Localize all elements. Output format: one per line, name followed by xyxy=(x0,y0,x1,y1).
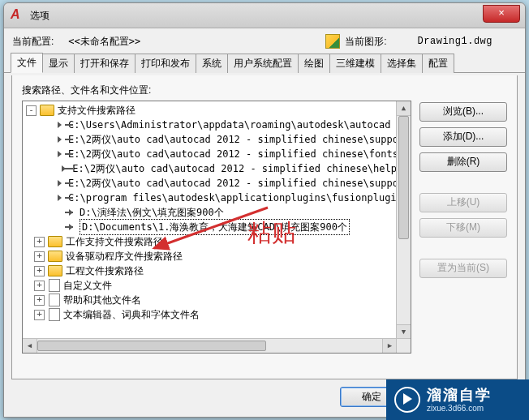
tree-node[interactable]: + 工程文件搜索路径 xyxy=(24,264,397,278)
side-button-column: 浏览(B)... 添加(D)... 删除(R) 上移(U) 下移(M) 置为当前… xyxy=(419,101,507,354)
tree-label: 工作支持文件搜索路径 xyxy=(66,234,163,249)
file-icon xyxy=(49,279,60,292)
vertical-scrollbar[interactable]: ▲ ▼ xyxy=(396,101,411,339)
tree-path-item-selected[interactable]: D:\Documents\1.海涣教育，大海建筑CAD\填充图案900个 xyxy=(24,220,397,234)
tree-content: - 支持文件搜索路径 C:\Users\Administrator\appdat… xyxy=(23,101,397,339)
path-icon xyxy=(65,224,76,230)
tree-label: 自定义文件 xyxy=(63,278,112,293)
window-title: 选项 xyxy=(30,9,49,23)
tree-node-support-paths[interactable]: - 支持文件搜索路径 xyxy=(24,103,397,118)
collapse-icon[interactable]: - xyxy=(26,105,37,116)
current-profile-value: <<未命名配置>> xyxy=(68,35,140,49)
tree-label: 文本编辑器、词典和字体文件名 xyxy=(63,307,200,322)
tree-label: 工程文件搜索路径 xyxy=(66,264,144,278)
current-drawing-label: 当前图形: xyxy=(345,35,386,49)
remove-button[interactable]: 删除(R) xyxy=(419,152,507,172)
expand-icon[interactable]: + xyxy=(34,251,45,262)
tab-user-prefs[interactable]: 用户系统配置 xyxy=(227,54,299,73)
file-icon xyxy=(49,308,60,321)
scroll-corner xyxy=(396,338,411,353)
set-current-button: 置为当前(S) xyxy=(419,259,507,278)
expand-icon[interactable]: + xyxy=(34,266,45,276)
watermark-url: zixue.3d66.com xyxy=(427,404,492,414)
folder-icon xyxy=(48,236,62,247)
scroll-thumb[interactable] xyxy=(398,116,409,239)
tree-label: E:\2两仪\auto cad\autocad 2012 - simplifie… xyxy=(68,147,397,161)
options-dialog: A 选项 × 当前配置: <<未命名配置>> 当前图形: Drawing1.dw… xyxy=(3,2,526,418)
play-icon xyxy=(394,387,420,413)
app-icon: A xyxy=(11,8,25,23)
tab-files[interactable]: 文件 xyxy=(11,53,43,73)
tree-node[interactable]: + 文本编辑器、词典和字体文件名 xyxy=(24,307,397,322)
titlebar: A 选项 × xyxy=(4,3,525,28)
tree-label: E:\2两仪\auto cad\autocad 2012 - simplifie… xyxy=(68,132,397,147)
panel-heading: 搜索路径、文件名和文件位置: xyxy=(22,84,507,97)
profile-row: 当前配置: <<未命名配置>> 当前图形: Drawing1.dwg xyxy=(4,28,525,53)
tab-3d-modeling[interactable]: 三维建模 xyxy=(329,54,381,73)
tree-label: 帮助和其他文件名 xyxy=(63,293,141,307)
tab-open-save[interactable]: 打开和保存 xyxy=(74,54,135,73)
move-down-button: 下移(M) xyxy=(419,218,507,238)
scroll-down-icon[interactable]: ▼ xyxy=(397,324,411,339)
tab-system[interactable]: 系统 xyxy=(196,54,228,73)
tab-profiles[interactable]: 配置 xyxy=(422,54,454,73)
tree-label: E:\2两仪\auto cad\autocad 2012 - simplifie… xyxy=(72,161,397,176)
tab-strip: 文件 显示 打开和保存 打印和发布 系统 用户系统配置 绘图 三维建模 选择集 … xyxy=(4,53,525,73)
close-button[interactable]: × xyxy=(483,5,520,23)
expand-icon[interactable]: + xyxy=(34,295,45,306)
path-icon xyxy=(65,165,69,172)
folder-icon xyxy=(48,251,62,262)
scroll-left-icon[interactable]: ◀ xyxy=(23,339,37,353)
folder-icon xyxy=(48,265,62,276)
tree-path-item[interactable]: C:\Users\Administrator\appdata\roaming\a… xyxy=(24,118,397,132)
tree-label: D:\Documents\1.海涣教育，大海建筑CAD\填充图案900个 xyxy=(80,219,350,235)
tree-label: E:\2两仪\auto cad\autocad 2012 - simplifie… xyxy=(68,176,397,191)
horizontal-scrollbar[interactable]: ◀ ▶ xyxy=(23,338,397,353)
tree-path-item[interactable]: C:\program files\autodesk\applicationplu… xyxy=(24,191,397,205)
tree-node[interactable]: + 自定义文件 xyxy=(24,278,397,293)
tree-path-item[interactable]: E:\2两仪\auto cad\autocad 2012 - simplifie… xyxy=(24,132,397,147)
tree-label: D:\演绎法\例文\填充图案900个 xyxy=(80,205,224,220)
tree-node[interactable]: + 设备驱动程序文件搜索路径 xyxy=(24,249,397,264)
move-up-button: 上移(U) xyxy=(419,193,507,212)
expand-icon[interactable]: + xyxy=(34,237,45,247)
add-button[interactable]: 添加(D)... xyxy=(419,127,507,147)
path-icon xyxy=(65,209,76,216)
scroll-thumb[interactable] xyxy=(37,341,266,351)
tree-node[interactable]: + 工作支持文件搜索路径 xyxy=(24,234,397,249)
file-icon xyxy=(49,294,60,306)
tab-plot[interactable]: 打印和发布 xyxy=(135,54,196,73)
tree-path-item[interactable]: E:\2两仪\auto cad\autocad 2012 - simplifie… xyxy=(24,176,397,191)
expand-icon[interactable]: + xyxy=(34,310,45,320)
tree-label: C:\Users\Administrator\appdata\roaming\a… xyxy=(68,118,397,132)
tree-label: 支持文件搜索路径 xyxy=(58,103,135,118)
tree-label: 设备驱动程序文件搜索路径 xyxy=(66,249,183,264)
tree-path-item[interactable]: D:\演绎法\例文\填充图案900个 xyxy=(24,205,397,220)
client-area: 当前配置: <<未命名配置>> 当前图形: Drawing1.dwg 文件 显示… xyxy=(4,28,525,417)
current-profile-label: 当前配置: xyxy=(12,35,54,49)
tree-path-item[interactable]: E:\2两仪\auto cad\autocad 2012 - simplifie… xyxy=(24,161,397,176)
folder-icon xyxy=(40,105,54,116)
tab-panel-files: 搜索路径、文件名和文件位置: - 支持文件搜索路径 C:\Users\Admin… xyxy=(11,75,518,379)
browse-button[interactable]: 浏览(B)... xyxy=(419,102,507,122)
scroll-right-icon[interactable]: ▶ xyxy=(382,339,397,353)
watermark: 溜溜自学 zixue.3d66.com xyxy=(386,379,529,420)
dwg-icon xyxy=(325,34,340,49)
expand-icon[interactable]: + xyxy=(34,281,45,291)
tab-drafting[interactable]: 绘图 xyxy=(298,54,330,73)
tree-label: C:\program files\autodesk\applicationplu… xyxy=(68,191,397,205)
tab-display[interactable]: 显示 xyxy=(42,54,75,73)
watermark-brand: 溜溜自学 xyxy=(427,387,492,404)
scroll-up-icon[interactable]: ▲ xyxy=(397,101,411,116)
tree-node[interactable]: + 帮助和其他文件名 xyxy=(24,293,397,307)
paths-tree[interactable]: - 支持文件搜索路径 C:\Users\Administrator\appdat… xyxy=(22,101,411,354)
tree-path-item[interactable]: E:\2两仪\auto cad\autocad 2012 - simplifie… xyxy=(24,147,397,161)
tab-selection[interactable]: 选择集 xyxy=(381,54,423,73)
current-drawing-value: Drawing1.dwg xyxy=(418,36,492,47)
